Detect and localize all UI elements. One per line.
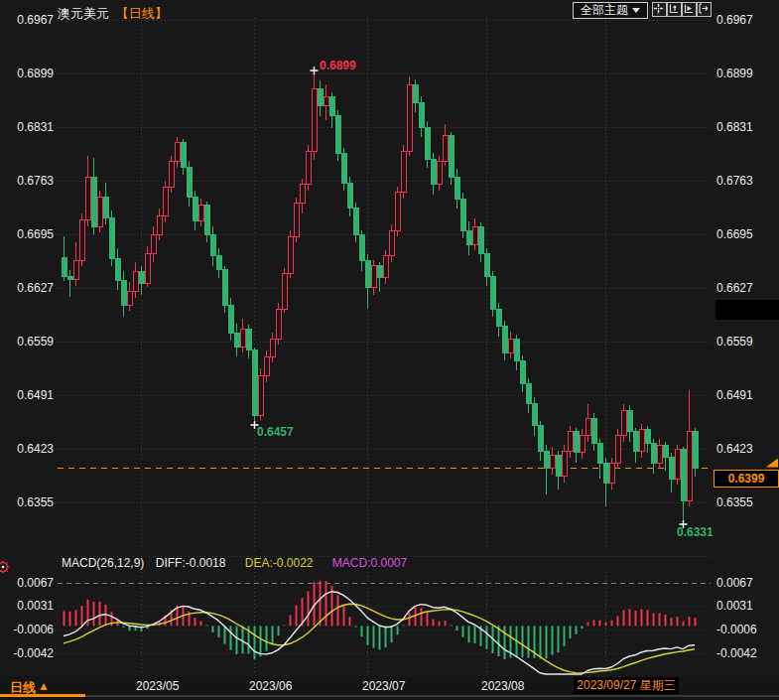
candle (300, 185, 305, 203)
candle (627, 410, 632, 431)
chart-window: 澳元美元 【日线】 全部主题 0.69670.69670.68990.68990… (0, 0, 779, 700)
candle (389, 230, 394, 255)
candle (193, 198, 197, 221)
indicator-marker-icon (0, 560, 10, 574)
price-axis-label-right: 0.6559 (716, 335, 764, 349)
candle (157, 216, 162, 234)
price-axis-label-right: 0.6695 (716, 227, 764, 241)
candle (169, 161, 174, 187)
x-axis-scale-button[interactable] (682, 2, 697, 17)
candle (443, 136, 448, 161)
period-low-label: 0.6457 (257, 425, 294, 439)
candle (258, 375, 263, 416)
window-switch-icon (698, 3, 709, 14)
candle (324, 96, 328, 106)
macd-axis-label-right: 0.0031 (716, 599, 764, 613)
x-axis-month-label: 2023/07 (362, 679, 405, 693)
chart-canvas[interactable] (0, 0, 779, 700)
candle (312, 88, 317, 152)
candle (484, 254, 489, 276)
macd-axis-label-right: 0.0067 (716, 576, 764, 590)
candle (371, 266, 376, 287)
candle (669, 458, 674, 479)
candle (687, 432, 692, 501)
candle (377, 266, 382, 278)
macd-axis-label-right: -0.0042 (716, 646, 764, 660)
price-axis-label-left: 0.6831 (6, 120, 54, 134)
candle (419, 102, 424, 127)
candle (252, 350, 257, 416)
candle (466, 230, 471, 244)
candle (460, 199, 465, 230)
candle (109, 217, 114, 258)
bottom-divider (0, 695, 779, 697)
price-axis-label-right: 0.6831 (716, 120, 764, 134)
crosshair-tool-button[interactable] (652, 2, 667, 17)
candle (562, 451, 567, 476)
candle (365, 260, 370, 287)
candle (145, 254, 150, 283)
candle (580, 436, 584, 453)
candle (532, 404, 537, 426)
candle (353, 209, 358, 234)
dea-value: DEA:-0.0022 (245, 556, 314, 570)
price-axis-label-left: 0.6491 (6, 388, 54, 402)
candle (79, 220, 84, 260)
x-axis-scale-icon (683, 3, 694, 14)
window-switch-button[interactable] (697, 2, 712, 17)
candle (603, 463, 608, 483)
candle (395, 193, 400, 230)
candle (115, 259, 120, 281)
candle (454, 177, 459, 199)
price-axis-label-left: 0.6355 (6, 495, 54, 509)
candle (139, 271, 144, 283)
candle (437, 161, 442, 185)
price-axis-label-left: 0.6559 (6, 335, 54, 349)
y-axis-scale-button[interactable] (667, 2, 682, 17)
price-axis-label-right: 0.6763 (716, 174, 764, 188)
price-axis-label-left: 0.6423 (6, 442, 54, 456)
period-high-label: 0.6899 (320, 59, 356, 72)
candle (198, 206, 203, 221)
candle (633, 432, 638, 452)
candle (133, 271, 138, 292)
tab-daily-period[interactable]: 日线 (10, 679, 36, 697)
candle (151, 234, 156, 254)
candle (490, 276, 495, 309)
candle (383, 255, 388, 277)
candle (514, 340, 519, 360)
selected-date-label: 2023/09/27 星期三 (574, 677, 679, 694)
price-axis-label-left: 0.6899 (6, 67, 54, 80)
chevron-down-icon (632, 8, 640, 13)
candle (175, 142, 180, 161)
candle (621, 410, 626, 435)
candle (520, 360, 525, 384)
price-axis-label-right: 0.6355 (716, 495, 764, 509)
candle (234, 333, 239, 347)
macd-axis-label-left: -0.0006 (6, 623, 54, 636)
candle (413, 84, 418, 102)
candle (73, 260, 78, 279)
symbol-name: 澳元美元 (58, 6, 109, 21)
expand-up-arrow[interactable]: ▲ (38, 679, 50, 693)
candle (657, 445, 662, 463)
candle (681, 450, 686, 501)
recent-low-label: 0.6331 (677, 525, 714, 539)
theme-dropdown[interactable]: 全部主题 (573, 2, 648, 19)
crosshair-icon (653, 3, 664, 14)
candle (210, 234, 215, 255)
indicator-title: MACD(26,12,9) (62, 556, 144, 570)
candle (246, 329, 251, 350)
candle (270, 340, 275, 356)
price-axis-label-right: 0.6423 (716, 442, 764, 456)
candle (228, 305, 233, 333)
candle (294, 203, 299, 236)
candle (276, 309, 281, 339)
candle (407, 84, 412, 152)
candle (222, 270, 227, 306)
candle (306, 152, 311, 185)
candle (425, 128, 430, 160)
theme-dropdown-label: 全部主题 (581, 3, 628, 18)
candle (347, 183, 352, 208)
axis-blackout-patch (715, 300, 779, 320)
